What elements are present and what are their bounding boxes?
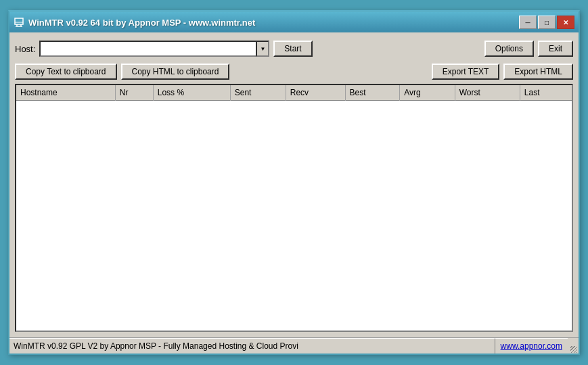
col-header-avrg: Avrg: [400, 85, 455, 101]
title-bar-controls: ─ □ ✕: [519, 16, 574, 29]
close-button[interactable]: ✕: [557, 16, 574, 29]
table-header-row: HostnameNrLoss %SentRecvBestAvrgWorstLas…: [16, 85, 572, 101]
data-table: HostnameNrLoss %SentRecvBestAvrgWorstLas…: [16, 85, 572, 101]
col-header-loss: Loss %: [153, 85, 230, 101]
col-header-best: Best: [345, 85, 400, 101]
resize-corner[interactable]: [568, 338, 579, 354]
col-header-hostname: Hostname: [16, 85, 115, 101]
col-header-recv: Recv: [286, 85, 345, 101]
main-window: WinMTR v0.92 64 bit by Appnor MSP - www.…: [8, 10, 580, 355]
export-buttons: Export TEXT Export HTML: [432, 64, 573, 80]
host-toolbar: Host: ▼ Start Options Exit: [15, 38, 573, 59]
toolbar-right: Options Exit: [484, 41, 573, 57]
table-header: HostnameNrLoss %SentRecvBestAvrgWorstLas…: [16, 85, 572, 101]
col-header-sent: Sent: [230, 85, 286, 101]
title-bar-left: WinMTR v0.92 64 bit by Appnor MSP - www.…: [14, 17, 255, 28]
options-button[interactable]: Options: [484, 41, 534, 57]
app-icon: [14, 17, 24, 28]
host-label: Host:: [15, 44, 35, 54]
host-input[interactable]: [39, 41, 256, 57]
window-title: WinMTR v0.92 64 bit by Appnor MSP - www.…: [28, 18, 255, 28]
col-header-nr: Nr: [115, 85, 153, 101]
clipboard-toolbar: Copy Text to clipboard Copy HTML to clip…: [15, 64, 573, 80]
corner-grip-icon: [570, 346, 577, 353]
status-text: WinMTR v0.92 GPL V2 by Appnor MSP - Full…: [9, 338, 495, 354]
exit-button[interactable]: Exit: [538, 41, 573, 57]
svg-rect-0: [15, 18, 23, 24]
col-header-worst: Worst: [455, 85, 520, 101]
status-bar: WinMTR v0.92 GPL V2 by Appnor MSP - Full…: [9, 337, 579, 354]
host-input-container: ▼: [39, 41, 269, 57]
export-html-button[interactable]: Export HTML: [503, 64, 573, 80]
copy-html-button[interactable]: Copy HTML to clipboard: [121, 64, 230, 80]
host-dropdown-button[interactable]: ▼: [256, 41, 269, 57]
copy-text-button[interactable]: Copy Text to clipboard: [15, 64, 117, 80]
status-link[interactable]: www.appnor.com: [495, 338, 568, 354]
start-button[interactable]: Start: [273, 41, 312, 57]
export-text-button[interactable]: Export TEXT: [432, 64, 499, 80]
title-bar: WinMTR v0.92 64 bit by Appnor MSP - www.…: [9, 12, 579, 32]
col-header-last: Last: [520, 85, 572, 101]
maximize-button[interactable]: □: [538, 16, 556, 29]
window-body: Host: ▼ Start Options Exit Copy Text to …: [9, 32, 579, 337]
data-table-container: HostnameNrLoss %SentRecvBestAvrgWorstLas…: [15, 84, 573, 332]
minimize-button[interactable]: ─: [519, 16, 537, 29]
